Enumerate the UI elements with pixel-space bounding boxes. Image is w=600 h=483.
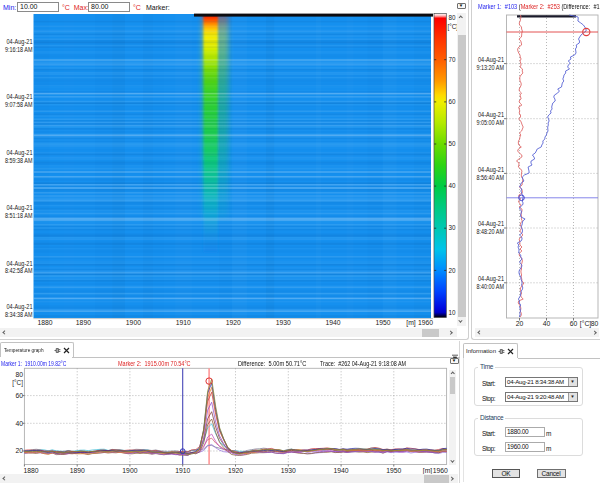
svg-text:9:07:58 AM: 9:07:58 AM [5, 101, 33, 108]
svg-text:1940: 1940 [326, 319, 341, 326]
svg-text:60: 60 [570, 320, 578, 327]
svg-text:1930: 1930 [276, 319, 291, 326]
svg-text:60: 60 [15, 392, 23, 399]
svg-text:20: 20 [15, 447, 23, 454]
svg-text:8:40:00 AM: 8:40:00 AM [477, 283, 505, 290]
svg-text:9:05:00 AM: 9:05:00 AM [477, 119, 505, 126]
svg-text:80: 80 [591, 320, 599, 327]
svg-text:40: 40 [449, 182, 457, 189]
svg-text:1890: 1890 [76, 319, 91, 326]
svg-text:40: 40 [15, 420, 23, 427]
svg-text:20: 20 [449, 267, 457, 274]
svg-text:70: 70 [449, 56, 457, 63]
svg-text:30: 30 [449, 224, 457, 231]
svg-text:9:16:18 AM: 9:16:18 AM [5, 46, 33, 53]
svg-text:[m]: [m] [406, 319, 416, 327]
svg-text:10: 10 [449, 309, 457, 316]
svg-text:8:59:38 AM: 8:59:38 AM [5, 157, 33, 164]
svg-text:50: 50 [449, 140, 457, 147]
svg-text:80: 80 [449, 14, 457, 21]
svg-text:20: 20 [516, 320, 524, 327]
svg-text:1910: 1910 [176, 319, 191, 326]
svg-text:8:34:38 AM: 8:34:38 AM [5, 311, 33, 318]
svg-text:1900: 1900 [126, 319, 141, 326]
svg-text:8:42:58 AM: 8:42:58 AM [5, 267, 33, 274]
svg-text:8:56:40 AM: 8:56:40 AM [477, 174, 505, 181]
svg-text:[°C]: [°C] [580, 320, 592, 328]
svg-text:40: 40 [543, 320, 551, 327]
svg-text:8:48:20 AM: 8:48:20 AM [477, 228, 505, 235]
svg-text:80: 80 [15, 371, 23, 378]
svg-text:1880: 1880 [37, 319, 52, 326]
svg-text:60: 60 [449, 98, 457, 105]
svg-text:8:51:18 AM: 8:51:18 AM [5, 212, 33, 219]
svg-text:1950: 1950 [376, 319, 391, 326]
svg-text:[°C]: [°C] [12, 379, 23, 387]
svg-text:9:13:20 AM: 9:13:20 AM [477, 64, 505, 71]
svg-text:1920: 1920 [226, 319, 241, 326]
svg-text:1960: 1960 [418, 319, 433, 326]
